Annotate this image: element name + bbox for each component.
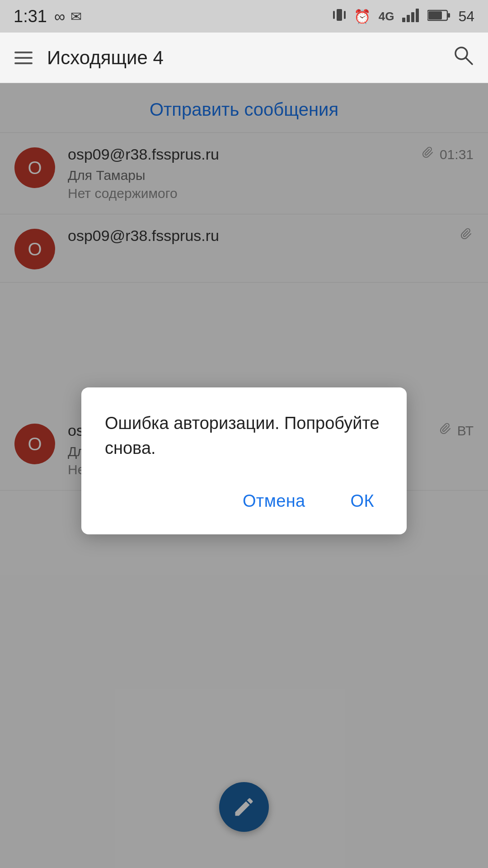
svg-rect-6	[416, 9, 419, 22]
app-bar: Исходящие 4	[0, 33, 488, 83]
status-right: ⏰ 4G 54	[333, 7, 474, 26]
alarm-icon: ⏰	[354, 9, 371, 24]
app-bar-title: Исходящие 4	[47, 47, 453, 69]
mail-icon: ✉	[70, 9, 82, 24]
svg-rect-9	[448, 13, 450, 18]
dialog-message: Ошибка авторизации. Попробуйте снова.	[105, 411, 383, 461]
battery-level: 54	[458, 8, 474, 25]
svg-rect-4	[407, 15, 410, 22]
status-time: 1:31	[14, 7, 47, 26]
svg-rect-8	[428, 11, 442, 19]
error-dialog: Ошибка авторизации. Попробуйте снова. От…	[81, 387, 407, 534]
4g-icon: 4G	[379, 9, 394, 24]
dialog-buttons: Отмена ОК	[105, 484, 383, 518]
svg-rect-0	[337, 9, 342, 21]
status-icons-left: ∞ ✉	[54, 8, 82, 25]
dialog-ok-button[interactable]: ОК	[342, 484, 383, 518]
status-bar: 1:31 ∞ ✉ ⏰ 4G	[0, 0, 488, 33]
svg-rect-3	[402, 18, 405, 22]
search-button[interactable]	[453, 45, 474, 71]
svg-rect-2	[344, 11, 346, 19]
dialog-cancel-button[interactable]: Отмена	[234, 484, 314, 518]
svg-line-11	[466, 58, 472, 64]
vibrate-icon	[333, 7, 346, 26]
svg-rect-1	[333, 11, 335, 19]
status-left: 1:31 ∞ ✉	[14, 7, 82, 26]
main-content: Отправить сообщения O osp09@r38.fssprus.…	[0, 83, 488, 868]
battery-icon	[427, 9, 450, 24]
svg-rect-5	[411, 12, 414, 22]
signal-bars-icon	[402, 9, 419, 24]
infinity-icon: ∞	[54, 8, 65, 25]
menu-button[interactable]	[14, 52, 33, 64]
